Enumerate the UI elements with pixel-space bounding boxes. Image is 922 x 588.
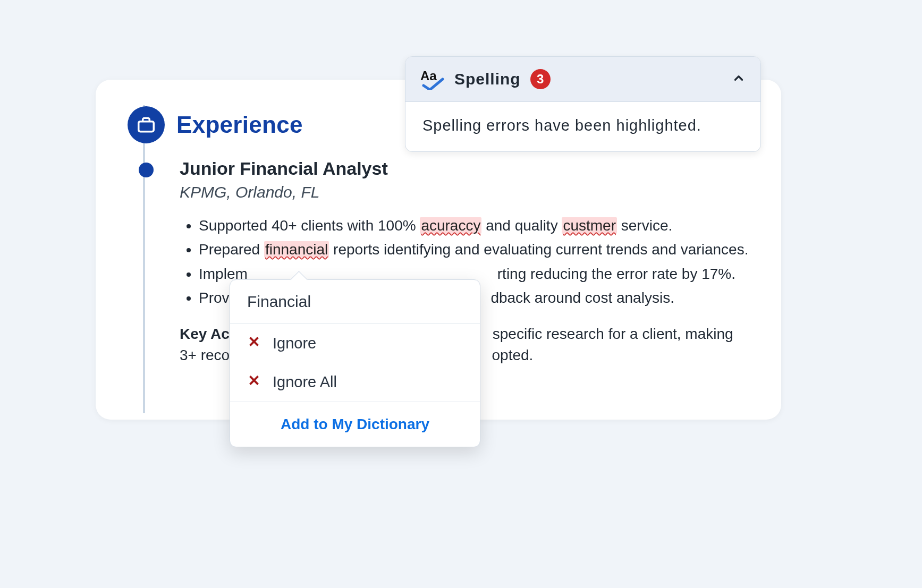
job-title: Junior Financial Analyst [180,158,755,179]
section-title: Experience [176,112,303,138]
misspelled-word[interactable]: finnancial [264,241,329,258]
misspelled-word[interactable]: acuraccy [420,217,481,234]
bullet-2: Prepared finnancial reports identifying … [199,238,755,261]
spelling-panel: Aa Spelling 3 Spelling errors have been … [405,56,761,152]
spellcheck-icon: Aa [420,69,445,90]
error-count-badge: 3 [530,69,551,89]
suggestion-word[interactable]: Financial [230,280,480,324]
company-location: KPMG, Orlando, FL [180,183,755,201]
bullet-1: Supported 40+ clients with 100% acuraccy… [199,214,755,237]
timeline-dot [139,163,154,177]
misspelled-word[interactable]: custmer [562,217,617,234]
spelling-suggestion-popup: Financial Ignore Ignore All Add to My Di… [230,279,480,447]
spelling-panel-body: Spelling errors have been highlighted. [405,102,760,151]
close-icon [247,373,261,391]
close-icon [247,335,261,352]
add-to-dictionary-button[interactable]: Add to My Dictionary [230,402,480,447]
ignore-button[interactable]: Ignore [230,324,480,363]
timeline-line [143,105,145,413]
spelling-panel-title: Spelling [454,70,521,88]
ignore-all-button[interactable]: Ignore All [230,363,480,402]
chevron-up-icon[interactable] [732,71,746,87]
spelling-panel-header[interactable]: Aa Spelling 3 [405,57,760,102]
svg-rect-0 [139,122,154,132]
svg-text:Aa: Aa [420,69,437,83]
briefcase-icon [128,106,165,143]
